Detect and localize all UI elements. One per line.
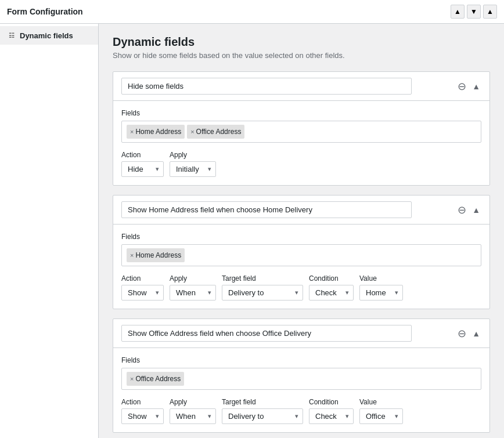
close-button[interactable]: ▲ — [483, 5, 497, 19]
title-bar-controls: ▲ ▼ ▲ — [451, 5, 497, 19]
rule-body-1: Fields × Home Address × Office Address — [113, 101, 489, 185]
rule-header-actions-1: ⊖ ▲ — [456, 79, 481, 94]
rule-header-actions-3: ⊖ ▲ — [456, 326, 481, 341]
controls-row-1: Action Hide Show Apply — [121, 151, 481, 177]
grid-icon: ☷ — [7, 31, 16, 40]
apply-select-wrap-3: Initially When — [170, 408, 216, 424]
rule-body-2: Fields × Home Address Action Hide — [113, 225, 489, 309]
value-select-3[interactable]: Home Office — [359, 408, 403, 424]
window-title: Form Configuration — [7, 7, 83, 16]
controls-row-3: Action Hide Show Apply — [121, 398, 481, 424]
condition-label-3: Condition — [309, 398, 354, 406]
value-select-wrap-3: Home Office — [359, 408, 403, 424]
apply-group-2: Apply Initially When — [170, 274, 216, 301]
sidebar: ☷ Dynamic fields — [0, 24, 99, 438]
rule-header-actions-2: ⊖ ▲ — [456, 202, 481, 218]
apply-select-wrap-1: Initially When — [170, 161, 216, 177]
main-content: Dynamic fields Show or hide some fields … — [99, 24, 504, 438]
value-select-wrap-2: Home Office — [359, 285, 403, 301]
target-label-3: Target field — [222, 398, 303, 406]
action-group-3: Action Hide Show — [121, 398, 164, 424]
rule-name-input-3[interactable] — [121, 325, 412, 342]
collapse-down-button[interactable]: ▼ — [467, 5, 481, 19]
condition-label-2: Condition — [309, 274, 354, 283]
tags-area-1: × Home Address × Office Address — [121, 121, 481, 143]
tag-remove-home-address-2[interactable]: × — [130, 252, 134, 259]
sidebar-item-dynamic-fields[interactable]: ☷ Dynamic fields — [0, 26, 98, 45]
collapse-up-button[interactable]: ▲ — [451, 5, 465, 19]
tag-office-address-3: × Office Address — [127, 372, 184, 386]
target-group-2: Target field Delivery to — [222, 274, 303, 301]
tags-area-3: × Office Address — [121, 368, 481, 390]
condition-group-3: Condition Check — [309, 398, 354, 424]
fields-label-1: Fields — [121, 109, 481, 117]
window: Form Configuration ▲ ▼ ▲ ☷ Dynamic field… — [0, 0, 504, 438]
action-select-3[interactable]: Hide Show — [121, 408, 164, 424]
sidebar-item-label: Dynamic fields — [20, 31, 73, 40]
content-area: ☷ Dynamic fields Dynamic fields Show or … — [0, 24, 504, 438]
page-subtitle: Show or hide some fields based on the va… — [113, 51, 490, 60]
apply-label-1: Apply — [170, 151, 216, 159]
tag-label-home-address-2: Home Address — [135, 251, 181, 259]
rule-card-2: ⊖ ▲ Fields × Home Address Action — [113, 195, 490, 309]
tag-remove-office-address-1[interactable]: × — [190, 128, 194, 135]
title-bar: Form Configuration ▲ ▼ ▲ — [0, 0, 504, 24]
condition-select-wrap-2: Check — [309, 285, 354, 301]
fields-label-2: Fields — [121, 233, 481, 241]
apply-group-3: Apply Initially When — [170, 398, 216, 424]
condition-group-2: Condition Check — [309, 274, 354, 301]
apply-select-wrap-2: Initially When — [170, 285, 216, 301]
apply-select-2[interactable]: Initially When — [170, 285, 216, 301]
value-select-2[interactable]: Home Office — [359, 285, 403, 301]
condition-select-wrap-3: Check — [309, 408, 354, 424]
apply-group-1: Apply Initially When — [170, 151, 216, 177]
action-select-wrap-3: Hide Show — [121, 408, 164, 424]
page-title: Dynamic fields — [113, 35, 490, 49]
rule-name-input-2[interactable] — [121, 201, 412, 218]
remove-rule-1-button[interactable]: ⊖ — [456, 79, 467, 94]
value-label-3: Value — [359, 398, 403, 406]
condition-select-3[interactable]: Check — [309, 408, 354, 424]
collapse-rule-3-button[interactable]: ▲ — [471, 328, 481, 339]
apply-select-1[interactable]: Initially When — [170, 161, 216, 177]
target-group-3: Target field Delivery to — [222, 398, 303, 424]
collapse-rule-1-button[interactable]: ▲ — [471, 81, 481, 92]
action-label-2: Action — [121, 274, 164, 283]
rule-name-input-1[interactable] — [121, 78, 412, 95]
action-select-1[interactable]: Hide Show — [121, 161, 164, 177]
apply-label-3: Apply — [170, 398, 216, 406]
collapse-rule-2-button[interactable]: ▲ — [471, 204, 481, 216]
remove-rule-2-button[interactable]: ⊖ — [456, 202, 467, 218]
rule-card-3: ⊖ ▲ Fields × Office Address Action — [113, 318, 490, 433]
fields-label-3: Fields — [121, 356, 481, 364]
action-label-3: Action — [121, 398, 164, 406]
rule-card-1: ⊖ ▲ Fields × Home Address × Office Addre… — [113, 71, 490, 186]
tag-home-address-1: × Home Address — [127, 125, 185, 139]
rule-body-3: Fields × Office Address Action Hide — [113, 348, 489, 432]
action-select-wrap-1: Hide Show — [121, 161, 164, 177]
target-select-3[interactable]: Delivery to — [222, 408, 303, 424]
value-group-3: Value Home Office — [359, 398, 403, 424]
action-group-1: Action Hide Show — [121, 151, 164, 177]
action-label-1: Action — [121, 151, 164, 159]
condition-select-2[interactable]: Check — [309, 285, 354, 301]
apply-select-3[interactable]: Initially When — [170, 408, 216, 424]
apply-label-2: Apply — [170, 274, 216, 283]
target-select-wrap-2: Delivery to — [222, 285, 303, 301]
action-select-wrap-2: Hide Show — [121, 285, 164, 301]
target-select-2[interactable]: Delivery to — [222, 285, 303, 301]
controls-row-2: Action Hide Show Apply — [121, 274, 481, 301]
tag-home-address-2: × Home Address — [127, 248, 185, 262]
tag-remove-office-address-3[interactable]: × — [130, 375, 134, 382]
value-group-2: Value Home Office — [359, 274, 403, 301]
tag-label-office-address-3: Office Address — [135, 375, 181, 383]
tag-label-home-address-1: Home Address — [135, 128, 181, 136]
action-select-2[interactable]: Hide Show — [121, 285, 164, 301]
tag-remove-home-address-1[interactable]: × — [130, 128, 134, 135]
remove-rule-3-button[interactable]: ⊖ — [456, 326, 467, 341]
tag-label-office-address-1: Office Address — [196, 128, 242, 136]
value-label-2: Value — [359, 274, 403, 283]
target-label-2: Target field — [222, 274, 303, 283]
rule-header-3: ⊖ ▲ — [113, 319, 489, 348]
rule-header-1: ⊖ ▲ — [113, 72, 489, 101]
